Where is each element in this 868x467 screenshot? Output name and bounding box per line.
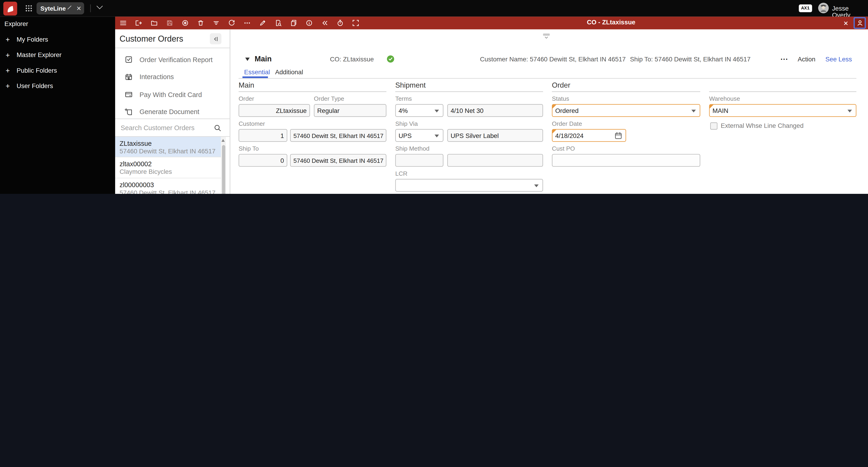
menu-item-generate-document[interactable]: Generate Document bbox=[115, 103, 230, 120]
order-type-field[interactable]: Regular bbox=[314, 104, 386, 117]
order-field[interactable]: ZLtaxissue bbox=[239, 104, 310, 117]
chevron-down-icon[interactable] bbox=[67, 5, 71, 9]
action-button[interactable]: Action bbox=[798, 56, 815, 62]
chevron-down-icon bbox=[435, 110, 439, 112]
chevron-down-icon bbox=[847, 110, 852, 112]
sidebar-item-my-folders[interactable]: + My Folders bbox=[0, 32, 115, 47]
lcr-select[interactable] bbox=[395, 179, 543, 192]
explorer-title: Explorer bbox=[4, 21, 28, 27]
tab-additional[interactable]: Additional bbox=[275, 69, 303, 76]
user-context-button[interactable] bbox=[854, 17, 866, 29]
list-item-order[interactable]: zl00000003 57460 Dewitt St, Elkhart IN 4… bbox=[115, 178, 221, 194]
customer-number-field[interactable]: 1 bbox=[239, 129, 287, 142]
form-title: CO - ZLtaxissue bbox=[561, 19, 661, 26]
copy-icon[interactable] bbox=[290, 19, 297, 26]
ship-via-select[interactable]: UPS bbox=[395, 129, 443, 142]
search-input[interactable] bbox=[120, 123, 214, 133]
terms-select[interactable]: 4% bbox=[395, 104, 443, 117]
tab-syteline-label: SyteLine bbox=[40, 5, 66, 12]
cust-po-field[interactable] bbox=[552, 154, 701, 167]
close-tab-icon[interactable]: ✕ bbox=[76, 5, 81, 11]
filter-icon[interactable] bbox=[213, 19, 220, 26]
sidebar-item-public-folders[interactable]: + Public Folders bbox=[0, 63, 115, 78]
timer-icon[interactable] bbox=[337, 19, 344, 26]
tab-essential[interactable]: Essential bbox=[244, 69, 270, 76]
menu-item-pay-with-credit-card[interactable]: Pay With Credit Card bbox=[115, 86, 230, 103]
order-id: zltax00002 bbox=[120, 160, 152, 168]
list-scrollbar[interactable] bbox=[221, 137, 226, 194]
collapse-panel-button[interactable] bbox=[210, 33, 221, 45]
search-icon[interactable] bbox=[214, 124, 221, 132]
calendar-icon[interactable] bbox=[615, 132, 622, 140]
terms-description-field: 4/10 Net 30 bbox=[447, 104, 543, 117]
save-icon[interactable] bbox=[166, 19, 173, 26]
expand-icon[interactable]: + bbox=[4, 82, 11, 90]
new-record-icon[interactable] bbox=[182, 19, 189, 26]
sidebar-item-label: User Folders bbox=[17, 83, 53, 89]
menu-item-label: Interactions bbox=[140, 73, 174, 81]
status-label: Status bbox=[552, 95, 569, 102]
syteline-app: SyteLine ✕ AX1 Jesse Overly Explorer + M… bbox=[0, 0, 868, 194]
order-date-field[interactable]: 4/18/2024 bbox=[552, 129, 626, 142]
menu-item-interactions[interactable]: Interactions bbox=[115, 68, 230, 86]
refresh-icon[interactable] bbox=[228, 19, 235, 26]
menu-icon[interactable] bbox=[120, 19, 127, 26]
panel-divider bbox=[230, 29, 230, 194]
warehouse-select[interactable]: MAIN bbox=[709, 104, 857, 117]
scrollbar-thumb[interactable] bbox=[222, 145, 225, 194]
expand-icon[interactable]: + bbox=[4, 35, 11, 43]
ship-method-field[interactable] bbox=[395, 154, 443, 167]
list-item-order[interactable]: zltax00002 Claymore Bicycles bbox=[115, 157, 221, 178]
document-plus-icon bbox=[125, 108, 133, 116]
expand-icon[interactable]: + bbox=[4, 66, 11, 75]
os-top-bar: SyteLine ✕ AX1 Jesse Overly bbox=[0, 0, 868, 17]
collapse-left-icon[interactable] bbox=[321, 19, 328, 26]
warehouse-value: MAIN bbox=[712, 107, 728, 114]
order-label: Order bbox=[239, 95, 254, 102]
order-date-label: Order Date bbox=[552, 120, 582, 127]
open-form-icon[interactable] bbox=[135, 19, 142, 26]
user-avatar[interactable] bbox=[818, 3, 829, 13]
external-whse-checkbox[interactable] bbox=[710, 122, 717, 129]
order-subtitle: Claymore Bicycles bbox=[120, 169, 172, 175]
ship-via-label: Ship Via bbox=[395, 120, 418, 127]
sidebar-item-master-explorer[interactable]: + Master Explorer bbox=[0, 48, 115, 62]
lcr-label: LCR bbox=[395, 170, 407, 177]
section-title: Main bbox=[255, 55, 272, 63]
delete-icon[interactable] bbox=[197, 19, 204, 26]
tab-syteline[interactable]: SyteLine ✕ bbox=[36, 2, 84, 14]
environment-badge: AX1 bbox=[799, 4, 812, 12]
cust-po-label: Cust PO bbox=[552, 145, 575, 152]
collapse-section-icon[interactable] bbox=[245, 58, 250, 61]
panel-title: Customer Orders bbox=[120, 34, 183, 43]
status-select[interactable]: Ordered bbox=[552, 104, 701, 117]
chevron-down-icon bbox=[691, 110, 696, 112]
see-less-link[interactable]: See Less bbox=[826, 56, 852, 62]
divider bbox=[239, 78, 856, 79]
expand-icon[interactable]: + bbox=[4, 51, 11, 59]
menu-item-order-verification-report[interactable]: Order Verification Report bbox=[115, 51, 230, 68]
close-form-icon[interactable]: ✕ bbox=[841, 19, 850, 28]
info-icon[interactable] bbox=[306, 19, 313, 26]
find-in-form-icon[interactable] bbox=[275, 19, 282, 26]
edit-icon[interactable] bbox=[259, 19, 266, 26]
scroll-up-icon[interactable] bbox=[221, 139, 225, 142]
customer-address-field: 57460 Dewitt St, Elkhart IN 46517 bbox=[290, 129, 386, 142]
ship-to-number-field[interactable]: 0 bbox=[239, 154, 287, 167]
list-item-order[interactable]: ZLtaxissue 57460 Dewitt St, Elkhart IN 4… bbox=[115, 137, 221, 157]
more-options-icon[interactable] bbox=[244, 19, 251, 26]
drawer-handle-icon[interactable] bbox=[542, 31, 550, 37]
sidebar-item-label: My Folders bbox=[17, 36, 48, 43]
infor-logo[interactable] bbox=[3, 2, 17, 16]
sidebar-item-user-folders[interactable]: + User Folders bbox=[0, 79, 115, 93]
app-grid-icon[interactable] bbox=[25, 4, 33, 12]
new-tab-chevron-icon[interactable] bbox=[96, 3, 103, 9]
maximize-icon[interactable] bbox=[352, 19, 359, 26]
order-id: zl00000003 bbox=[120, 181, 154, 189]
more-actions-button[interactable]: ... bbox=[780, 53, 788, 61]
menu-item-label: Pay With Credit Card bbox=[140, 91, 202, 98]
status-ok-icon bbox=[387, 55, 394, 62]
calendar-sync-icon bbox=[125, 73, 133, 81]
folder-open-icon[interactable] bbox=[151, 19, 158, 26]
co-number: CO: ZLtaxissue bbox=[330, 56, 374, 62]
